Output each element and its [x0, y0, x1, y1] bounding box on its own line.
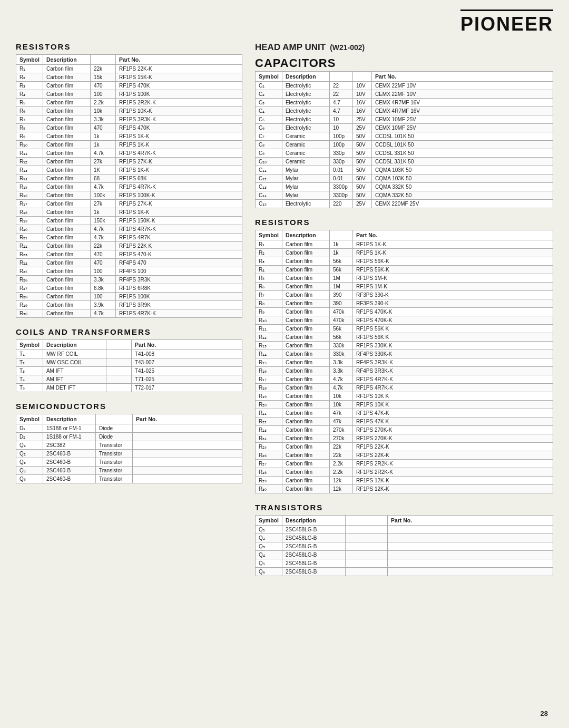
col-desc: Description	[43, 55, 90, 65]
table-row: R₄Carbon film100RF1PS 100K	[16, 90, 242, 99]
col-partno: Part No.	[352, 230, 553, 240]
left-resistors-section: RESISTORS Symbol Description Part No. R₁…	[16, 42, 242, 318]
col-symbol: Symbol	[256, 72, 282, 82]
table-row: R₂₁Carbon film4.7kRF1PS 4R7K	[16, 234, 242, 242]
table-row: R₂₃Carbon film270kRF1PS 270K-K	[256, 426, 553, 434]
semiconductors-title: SEMICONDUCTORS	[16, 402, 242, 411]
table-row: T₁MW RF COILT41-008	[16, 350, 242, 358]
table-row: Q₁2SC458LG-B	[256, 526, 553, 534]
table-row: R₃₀Carbon film4.7kRF1PS 4R7K-K	[16, 309, 242, 318]
capacitors-table: Symbol Description Part No. C₁Electrolyt…	[255, 71, 553, 208]
right-resistors-table: Symbol Description Part No. R₁Carbon fil…	[255, 230, 553, 493]
left-column: RESISTORS Symbol Description Part No. R₁…	[16, 42, 242, 493]
table-row: Q₂2SC460-BTransistor	[16, 450, 242, 458]
table-row: C₃Electrolytic4.716VCEMX 4R7MF 16V	[256, 99, 553, 107]
table-row: R₃₀Carbon film12kRF1PS 12K-K	[256, 485, 553, 493]
table-row: R₁₉Carbon film10kRF1PS 10K K	[256, 392, 553, 401]
table-row: R₁₂Carbon film56kRF1PS 56K K	[256, 333, 553, 342]
table-row: R₃Carbon film470RF1PS 470K	[16, 82, 242, 90]
col-symbol: Symbol	[16, 340, 43, 350]
table-row: R₁Carbon film22kRF1PS 22K-K	[16, 65, 242, 73]
table-row: R₁₈Carbon film4.7kRF1PS 4R7K-K	[256, 384, 553, 392]
table-row: C₉Ceramic330p50VCCDSL 331K 50	[256, 149, 553, 158]
col-partno: Part No.	[371, 72, 553, 82]
col-partno: Part No.	[115, 55, 242, 65]
table-row: R₃Carbon film56kRF1PS 56K-K	[256, 257, 553, 266]
table-row: R₂₂Carbon film47kRF1PS 47K K	[256, 418, 553, 426]
table-row: R₅Carbon film2.2kRF1PS 2R2K-K	[16, 99, 242, 107]
table-row: R₁₄Carbon film68RF1PS 68K	[16, 174, 242, 183]
col-partno: Part No.	[132, 414, 242, 424]
table-row: Q₄2SC460-BTransistor	[16, 467, 242, 475]
table-row: Q₃2SC458LG-B	[256, 542, 553, 551]
table-row: R₉Carbon film1kRF1PS 1K-K	[16, 132, 242, 141]
table-row: R₇Carbon film390RF3PS 390-K	[256, 291, 553, 299]
table-row: C₁₂Mylar0.0150VCQMA 103K 50	[256, 174, 553, 183]
table-row: R₂₅Carbon film22kRF1PS 22K-K	[256, 443, 553, 451]
table-row: C₁₃Mylar3300p50VCQMA 332K 50	[256, 183, 553, 191]
table-row: T₃AM IFTT41-025	[16, 367, 242, 375]
table-row: R₂Carbon film15kRF1PS 15K-K	[16, 73, 242, 82]
table-row: R₁Carbon film1kRF1PS 1K-K	[256, 240, 553, 249]
table-row: R₁₅Carbon film3.3kRF4PS 3R3K-K	[256, 358, 553, 367]
table-row: T₅AM DET IFTT72-017	[16, 384, 242, 392]
table-row: R₉Carbon film470kRF1PS 470K-K	[256, 308, 553, 316]
table-row: R₂₈Carbon film2.2kRF1PS 2R2K-K	[256, 468, 553, 477]
transistors-table: Symbol Description Part No. Q₁2SC458LG-B…	[255, 515, 553, 576]
page-number: 28	[541, 710, 548, 717]
capacitors-section: CAPACITORS Symbol Description Part No. C…	[255, 56, 553, 208]
col-symbol: Symbol	[16, 414, 43, 424]
col-val	[90, 55, 115, 65]
table-row: R₂₄Carbon film470RF4PS 470	[16, 259, 242, 267]
col-partno: Part No.	[387, 516, 553, 526]
table-row: T₂MW OSC COILT43-007	[16, 358, 242, 367]
right-resistors-section: RESISTORS Symbol Description Part No. R₁…	[255, 218, 553, 493]
table-row: R₅Carbon film1MRF1PS 1M-K	[256, 274, 553, 283]
col-desc: Description	[282, 230, 329, 240]
table-row: C₇Ceramic100p50VCCDSL 101K 50	[256, 132, 553, 141]
table-row: R₈Carbon film470RF1PS 470K	[16, 124, 242, 132]
table-row: Q₁2SC382Transistor	[16, 441, 242, 450]
table-row: R₂₂Carbon film22kRF1PS 22K K	[16, 242, 242, 250]
head-amp-title: HEAD AMP UNIT	[255, 42, 326, 53]
table-row: R₆Carbon film10kRF1PS 10K-K	[16, 107, 242, 115]
table-row: C₁₁Mylar0.0150VCQMA 103K 50	[256, 166, 553, 174]
table-row: R₂₆Carbon film3.3kRF4PS 3R3K	[16, 276, 242, 284]
table-row: D₁1S188 or FM-1Diode	[16, 424, 242, 433]
table-row: R₂₀Carbon film4.7kRF1PS 4R7K-K	[16, 225, 242, 234]
table-row: Q₆2SC458LG-B	[256, 568, 553, 576]
table-row: Q₂2SC458LG-B	[256, 534, 553, 542]
table-row: R₁₁Carbon film56kRF1PS 56K K	[256, 325, 553, 333]
col-partno: Part No.	[131, 340, 242, 350]
col-desc: Description	[43, 340, 106, 350]
table-row: R₁₄Carbon film330kRF4PS 330K-K	[256, 350, 553, 358]
table-row: C₄Electrolytic4.716VCEMX 4R7MF 16V	[256, 107, 553, 115]
table-row: R₁₉Carbon film150kRF1PS 150K-K	[16, 217, 242, 225]
col-val	[106, 340, 131, 350]
pioneer-logo: PIONEER	[460, 9, 553, 35]
table-row: R₁₅Carbon film4.7kRF1PS 4R7K-K	[16, 183, 242, 191]
col-symbol: Symbol	[16, 55, 43, 65]
col-val	[345, 516, 387, 526]
table-row: C₁₄Mylar3300p50VCQMA 332K 50	[256, 191, 553, 200]
coils-title: COILS AND TRANSFORMERS	[16, 327, 242, 336]
head-amp-model: (W21-002)	[330, 43, 365, 52]
table-row: R₂Carbon film1kRF1PS 1K-K	[256, 249, 553, 257]
table-row: R₆Carbon film1MRF1PS 1M-K	[256, 283, 553, 291]
page: PIONEER RESISTORS Symbol Description Par…	[0, 0, 569, 728]
table-row: Q₄2SC458LG-B	[256, 551, 553, 559]
table-row: C₅Electrolytic1025VCEMX 10MF 25V	[256, 115, 553, 124]
table-row: R₇Carbon film3.3kRF1PS 3R3K-K	[16, 115, 242, 124]
table-row: R₁₃Carbon film330kRF1PS 330K-K	[256, 342, 553, 350]
table-row: R₁₂Carbon film27kRF1PS 27K-K	[16, 158, 242, 166]
table-row: C₁₀Ceramic330p50VCCDSL 331K 50	[256, 158, 553, 166]
table-row: R₂₃Carbon film470RF1PS 470-K	[16, 250, 242, 259]
col-desc: Description	[282, 516, 345, 526]
table-row: R₁₃Carbon film1KRF1PS 1K-K	[16, 166, 242, 174]
col-volt	[352, 72, 371, 82]
right-resistors-title: RESISTORS	[255, 218, 553, 227]
table-row: R₁₇Carbon film4.7kRF1PS 4R7K-K	[256, 375, 553, 384]
col-val	[95, 414, 132, 424]
semiconductors-section: SEMICONDUCTORS Symbol Description Part N…	[16, 402, 242, 483]
table-row: C₆Electrolytic1025VCEMX 10MF 25V	[256, 124, 553, 132]
